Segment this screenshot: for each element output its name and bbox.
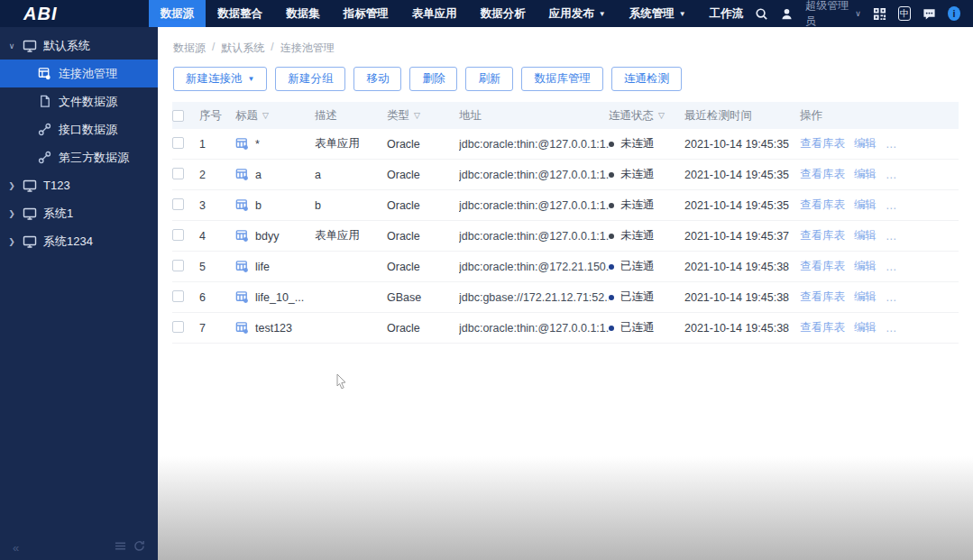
row-number: 3 <box>199 199 235 212</box>
column-header-label: 描述 <box>315 108 337 124</box>
toolbar-button-4[interactable]: 删除 <box>409 67 457 91</box>
more-actions-link[interactable]: … <box>886 138 898 151</box>
more-actions-link[interactable]: … <box>886 199 898 212</box>
sidebar-group-2[interactable]: ❯T123 <box>0 171 158 199</box>
view-tables-link[interactable]: 查看库表 <box>800 228 845 243</box>
filter-icon[interactable]: ▽ <box>414 111 420 120</box>
top-nav-item-label: 表单应用 <box>412 6 457 22</box>
more-actions-link[interactable]: … <box>886 261 898 273</box>
edit-link[interactable]: 编辑 <box>854 259 877 274</box>
select-all-checkbox[interactable] <box>172 110 184 122</box>
column-header-7: 最近检测时间 <box>684 108 800 124</box>
toolbar-button-7[interactable]: 连通检测 <box>611 67 682 91</box>
sidebar-item-file[interactable]: 文件数据源 <box>0 87 158 115</box>
connection-pool-icon <box>235 290 249 304</box>
toolbar-button-label: 移动 <box>366 71 389 87</box>
row-actions-cell: 查看库表编辑… <box>800 259 959 274</box>
current-user-menu[interactable]: 超级管理员 ∨ <box>805 0 861 29</box>
edit-link[interactable]: 编辑 <box>854 289 877 305</box>
view-tables-link[interactable]: 查看库表 <box>800 136 845 151</box>
row-address: jdbc:gbase://172.21.12.71:52... <box>459 291 609 304</box>
filter-icon[interactable]: ▽ <box>658 111 665 120</box>
connection-pool-icon <box>235 198 249 212</box>
row-number: 2 <box>199 169 235 181</box>
sidebar-group-3[interactable]: ❯系统1 <box>0 199 158 227</box>
language-switch-icon[interactable]: 中 <box>898 6 911 21</box>
breadcrumb-item-2[interactable]: 默认系统 <box>221 41 264 56</box>
row-checkbox[interactable] <box>172 290 184 302</box>
column-header-4: 类型▽ <box>387 108 459 124</box>
top-nav-item-label: 数据源 <box>161 6 195 22</box>
more-actions-link[interactable]: … <box>886 322 898 335</box>
more-actions-link[interactable]: … <box>886 230 898 243</box>
edit-link[interactable]: 编辑 <box>854 320 877 335</box>
column-header-1: 序号 <box>199 108 235 124</box>
sidebar-item-third-party-link[interactable]: 第三方数据源 <box>0 143 158 171</box>
breadcrumb-item-3[interactable]: 连接池管理 <box>280 41 335 56</box>
edit-link[interactable]: 编辑 <box>854 228 877 243</box>
sidebar-group-1[interactable]: ∨默认系统 <box>0 32 158 60</box>
top-nav-item-4[interactable]: 指标管理 <box>332 0 400 27</box>
sidebar-item-connection-pool[interactable]: 连接池管理 <box>0 60 158 87</box>
row-checkbox-cell <box>172 321 199 335</box>
connection-pool-icon <box>235 137 249 151</box>
chevron-down-icon: ▼ <box>599 10 606 18</box>
top-nav-item-3[interactable]: 数据集 <box>274 0 332 27</box>
view-tables-link[interactable]: 查看库表 <box>800 289 845 305</box>
table-row: 3bbOraclejdbc:oracle:thin:@127.0.0.1:1..… <box>172 190 959 221</box>
sidebar-group-4[interactable]: ❯系统1234 <box>0 227 158 255</box>
row-checkbox[interactable] <box>172 260 184 271</box>
breadcrumb-item-1[interactable]: 数据源 <box>173 41 206 56</box>
qr-code-icon[interactable] <box>873 6 886 21</box>
filter-icon[interactable]: ▽ <box>262 111 269 120</box>
chevron-down-icon: ▼ <box>679 10 686 18</box>
info-icon[interactable]: i <box>948 6 960 21</box>
top-nav-item-label: 系统管理 <box>629 6 675 22</box>
row-actions-cell: 查看库表编辑… <box>800 136 959 151</box>
sidebar-item-api-link[interactable]: 接口数据源 <box>0 115 158 143</box>
table-header-row: 序号标题▽描述类型▽地址连通状态▽最近检测时间操作 <box>172 102 959 129</box>
row-checkbox[interactable] <box>172 229 184 241</box>
list-icon[interactable] <box>115 540 126 555</box>
top-nav-item-5[interactable]: 表单应用 <box>400 0 469 27</box>
top-nav-item-8[interactable]: 系统管理▼ <box>618 0 698 27</box>
edit-link[interactable]: 编辑 <box>854 167 877 182</box>
top-nav-item-6[interactable]: 数据分析 <box>469 0 537 27</box>
sidebar-item-label: 接口数据源 <box>59 122 117 138</box>
top-nav-item-label: 指标管理 <box>344 6 389 22</box>
row-checked-time: 2021-10-14 19:45:38 <box>684 291 800 304</box>
row-address: jdbc:oracle:thin:@127.0.0.1:1... <box>459 138 609 151</box>
view-tables-link[interactable]: 查看库表 <box>800 320 845 335</box>
edit-link[interactable]: 编辑 <box>854 197 877 213</box>
view-tables-link[interactable]: 查看库表 <box>800 197 845 213</box>
sidebar-item-label: 连接池管理 <box>59 66 117 82</box>
row-checkbox[interactable] <box>172 198 184 210</box>
status-badge: 未连通 <box>620 197 655 213</box>
toolbar-button-5[interactable]: 刷新 <box>465 67 513 91</box>
collapse-sidebar-button[interactable]: « <box>13 541 19 555</box>
row-checkbox[interactable] <box>172 321 184 333</box>
toolbar-button-3[interactable]: 移动 <box>353 67 401 91</box>
user-avatar-icon[interactable] <box>780 6 794 21</box>
row-type: GBase <box>387 291 459 304</box>
message-icon[interactable] <box>923 6 936 21</box>
row-title-cell: a <box>235 168 315 181</box>
sidebar-group-label: 系统1 <box>43 206 73 222</box>
top-nav-item-7[interactable]: 应用发布▼ <box>537 0 618 27</box>
search-icon[interactable] <box>755 6 768 21</box>
row-checkbox[interactable] <box>172 168 184 179</box>
row-type: Oracle <box>387 230 459 243</box>
refresh-icon[interactable] <box>133 540 145 555</box>
toolbar-button-6[interactable]: 数据库管理 <box>521 67 603 91</box>
view-tables-link[interactable]: 查看库表 <box>800 259 845 274</box>
toolbar-button-2[interactable]: 新建分组 <box>275 67 345 91</box>
top-nav-item-9[interactable]: 工作流 <box>698 0 756 27</box>
row-checkbox[interactable] <box>172 137 184 149</box>
top-nav-item-2[interactable]: 数据整合 <box>206 0 274 27</box>
toolbar-button-1[interactable]: 新建连接池▼ <box>173 67 267 91</box>
more-actions-link[interactable]: … <box>886 291 898 304</box>
more-actions-link[interactable]: … <box>886 169 898 181</box>
view-tables-link[interactable]: 查看库表 <box>800 167 845 182</box>
top-nav-item-label: 工作流 <box>710 6 744 22</box>
edit-link[interactable]: 编辑 <box>854 136 877 151</box>
